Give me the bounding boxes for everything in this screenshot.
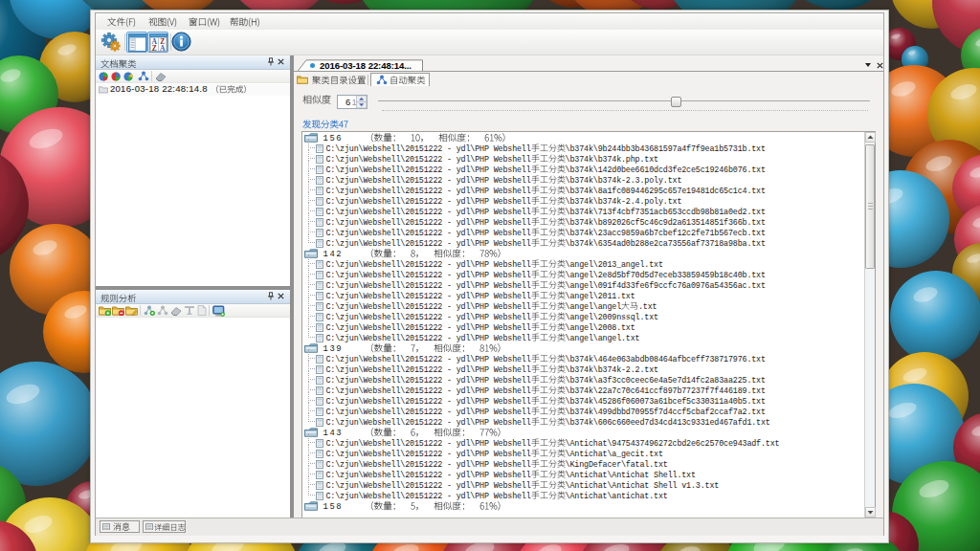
- svg-text:1: 1: [352, 96, 357, 106]
- svg-text:6: 6: [345, 96, 350, 106]
- svg-text:Z: Z: [152, 44, 157, 52]
- svg-text:A: A: [160, 44, 166, 52]
